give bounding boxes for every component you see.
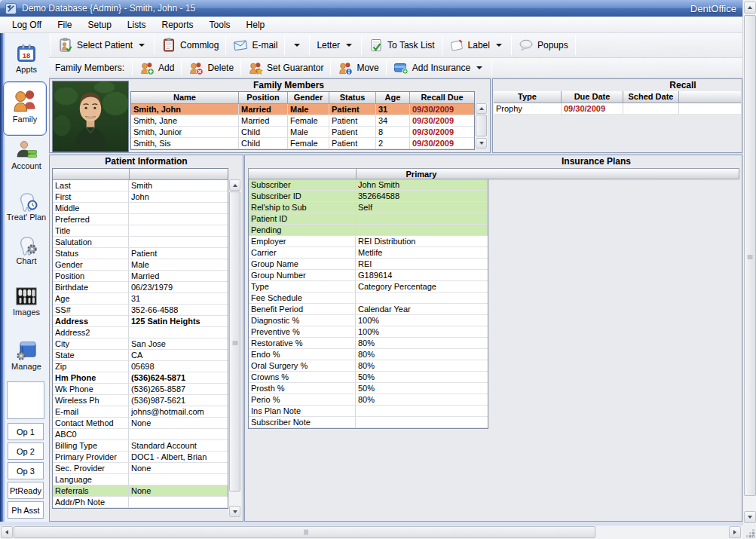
field-label[interactable]: Primary Provider — [53, 452, 129, 463]
cell-position[interactable]: Child — [239, 138, 288, 149]
menu-item-help[interactable]: Help — [245, 19, 267, 31]
field-label[interactable]: E-mail — [53, 406, 129, 418]
field-value[interactable]: Patient — [129, 248, 228, 259]
field-label[interactable]: City — [53, 338, 129, 350]
patient-info-row[interactable]: E-mail johns@hotmail.com — [53, 406, 228, 418]
field-value[interactable]: San Jose — [129, 338, 228, 350]
field-value[interactable]: 50% — [356, 383, 488, 394]
field-value[interactable]: Smith — [129, 180, 228, 191]
window-vertical-scrollbar[interactable] — [742, 0, 756, 525]
op3-button[interactable]: Op 3 — [8, 462, 44, 479]
field-value[interactable]: None — [129, 418, 228, 429]
insurance-row[interactable]: Oral Surgery % 80% — [249, 360, 488, 372]
field-label[interactable]: Gender — [53, 259, 129, 271]
cell-recall-sched-date[interactable] — [623, 103, 679, 115]
field-value[interactable]: REI Distribution — [356, 236, 488, 247]
sidebar-item-account[interactable]: Account — [5, 139, 47, 170]
field-value[interactable]: 352664588 — [356, 191, 488, 202]
field-value[interactable] — [356, 406, 488, 417]
patient-info-row[interactable]: Address 125 Satin Heights — [53, 316, 228, 327]
field-label[interactable]: Group Number — [249, 270, 356, 281]
scroll-down-button[interactable] — [744, 511, 756, 523]
insurance-row[interactable]: Subscriber Note — [249, 417, 488, 428]
field-label[interactable]: Rel'ship to Sub — [249, 202, 356, 213]
field-label[interactable]: SS# — [53, 305, 129, 316]
field-value[interactable]: 06/23/1979 — [129, 282, 228, 293]
to-task-list-button[interactable]: To Task List — [363, 36, 439, 54]
family-member-row[interactable]: Smith, Jane Married Female Patient 34 09… — [131, 115, 474, 127]
cell-recall-due[interactable]: 09/30/2009 — [410, 115, 474, 127]
set-guarantor-button[interactable]: Set Guarantor — [243, 59, 329, 77]
scroll-thumb[interactable] — [476, 115, 487, 136]
insurance-row[interactable]: Patient ID — [249, 213, 488, 225]
patient-info-row[interactable]: Middle — [53, 203, 228, 214]
cell-name[interactable]: Smith, Junior — [131, 127, 239, 138]
phasst-button[interactable]: Ph Asst — [8, 501, 44, 519]
field-value[interactable] — [356, 213, 488, 225]
field-label[interactable]: First — [53, 191, 129, 203]
insurance-row[interactable]: Carrier Metlife — [249, 247, 488, 259]
cell-name[interactable]: Smith, John — [131, 104, 239, 115]
field-label[interactable]: Diagnostic % — [249, 315, 356, 326]
cell-gender[interactable]: Female — [288, 138, 329, 149]
scroll-thumb[interactable] — [14, 526, 595, 538]
patient-info-row[interactable]: Age 31 — [53, 293, 228, 305]
field-value[interactable] — [129, 429, 228, 440]
patient-info-row[interactable]: State CA — [53, 350, 228, 361]
field-label[interactable]: Pending — [249, 225, 356, 236]
cell-status[interactable]: Patient — [329, 138, 376, 149]
cell-name[interactable]: Smith, Jane — [131, 115, 239, 127]
field-label[interactable]: Subscriber ID — [249, 191, 356, 202]
field-label[interactable]: ABC0 — [53, 429, 129, 440]
field-label[interactable]: Position — [53, 271, 129, 282]
cell-age[interactable]: 8 — [376, 127, 410, 138]
field-label[interactable]: Middle — [53, 203, 129, 214]
scroll-down-button[interactable] — [229, 506, 240, 517]
patient-info-row[interactable]: First John — [53, 191, 228, 203]
op1-button[interactable]: Op 1 — [8, 423, 44, 440]
scroll-up-button[interactable] — [744, 2, 756, 14]
field-label[interactable]: Address2 — [53, 327, 129, 338]
field-label[interactable]: Age — [53, 293, 129, 305]
field-value[interactable]: 31 — [129, 293, 228, 305]
patient-info-row[interactable]: Sec. Provider None — [53, 463, 228, 474]
scroll-up-button[interactable] — [476, 103, 487, 114]
field-label[interactable]: Employer — [249, 236, 356, 247]
op2-button[interactable]: Op 2 — [8, 443, 44, 460]
field-label[interactable]: Type — [249, 281, 356, 292]
move-member-button[interactable]: Move — [332, 59, 384, 77]
insurance-row[interactable]: Subscriber ID 352664588 — [249, 191, 488, 202]
field-value[interactable]: John — [129, 191, 228, 203]
field-value[interactable]: Male — [129, 259, 228, 271]
insurance-row[interactable]: Employer REI Distribution — [249, 236, 488, 247]
field-value[interactable] — [129, 327, 228, 338]
field-value[interactable] — [129, 214, 228, 225]
field-label[interactable]: Sec. Provider — [53, 463, 129, 474]
patient-info-row[interactable]: Billing Type Standard Account — [53, 440, 228, 452]
patient-info-row[interactable]: SS# 352-66-4588 — [53, 305, 228, 316]
field-label[interactable]: Endo % — [249, 349, 356, 360]
field-value[interactable]: 80% — [356, 338, 488, 349]
field-label[interactable]: State — [53, 350, 129, 361]
select-patient-dropdown-arrow[interactable] — [139, 44, 145, 47]
insurance-row[interactable]: Type Category Percentage — [249, 281, 488, 292]
field-value[interactable]: 05698 — [129, 361, 228, 372]
ptready-button[interactable]: PtReady — [8, 482, 44, 499]
patient-info-row[interactable]: City San Jose — [53, 338, 228, 350]
menu-item-log-off[interactable]: Log Off — [11, 19, 43, 31]
insurance-row[interactable]: Benefit Period Calendar Year — [249, 304, 488, 315]
field-value[interactable]: Standard Account — [129, 440, 228, 452]
patient-info-row[interactable]: Primary Provider DOC1 - Albert, Brian — [53, 452, 228, 463]
letter-dropdown-arrow[interactable] — [346, 44, 352, 47]
field-label[interactable]: Fee Schedule — [249, 292, 356, 304]
patient-info-scrollbar[interactable] — [228, 179, 241, 517]
scroll-left-button[interactable] — [1, 526, 13, 538]
field-value[interactable]: 80% — [356, 349, 488, 360]
field-value[interactable]: Married — [129, 271, 228, 282]
field-value[interactable]: REI — [356, 259, 488, 270]
field-label[interactable]: Birthdate — [53, 282, 129, 293]
patient-info-row[interactable]: Gender Male — [53, 259, 228, 271]
scroll-right-button[interactable] — [729, 526, 741, 538]
cell-status[interactable]: Patient — [329, 127, 376, 138]
insurance-row[interactable]: Endo % 80% — [249, 349, 488, 360]
